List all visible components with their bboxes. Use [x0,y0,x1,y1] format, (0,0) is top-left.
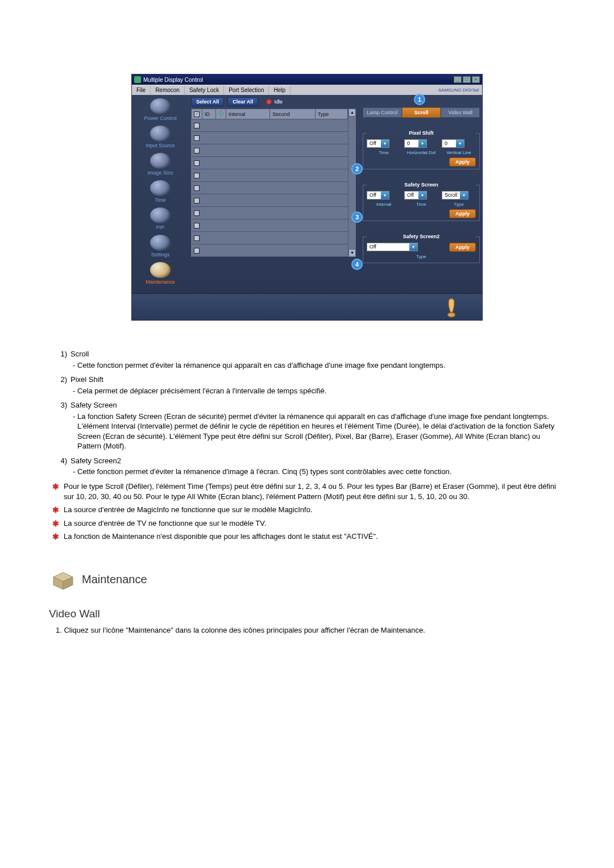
close-button[interactable]: × [472,76,480,83]
pixel-shift-vline-select[interactable]: 0▾ [442,139,464,148]
safety-screen-interval-select[interactable]: Off▾ [367,191,389,200]
item-2-num: 2) [51,375,70,396]
idle-indicator: Idle [266,99,283,105]
table-row[interactable] [192,157,348,169]
chevron-down-icon: ▾ [409,243,417,251]
document-body: 1)Scroll- Cette fonction permet d'éviter… [51,349,563,658]
alert-icon [443,297,459,318]
col-second[interactable]: Second [270,109,315,119]
table-row[interactable] [192,144,348,157]
callout-4: 4 [351,259,363,270]
col-type[interactable]: Type [315,109,347,119]
menu-remocon[interactable]: Remocon [151,85,185,94]
status-bar [132,293,482,320]
row-checkbox[interactable] [194,235,200,241]
scroll-down-button[interactable]: ▼ [349,249,356,257]
row-checkbox[interactable] [194,223,200,229]
tab-video-wall[interactable]: Video Wall [441,107,480,118]
menu-safety-lock[interactable]: Safety Lock [185,85,224,94]
settings-icon [150,235,171,251]
grid-scrollbar[interactable]: ▲ ▼ [348,109,356,257]
chevron-down-icon: ▾ [381,192,389,199]
sidebar-item-time[interactable]: Time [132,180,189,203]
table-row[interactable] [192,182,348,194]
brand-label: SAMSUNG DIGITall [438,88,482,93]
header-checkbox[interactable] [194,111,200,117]
sidebar-item-settings[interactable]: Settings [132,235,189,258]
star-note-2: La source d'entrée de MagicInfo ne fonct… [51,505,563,515]
table-row[interactable] [192,232,348,244]
row-checkbox[interactable] [194,160,200,166]
menu-help[interactable]: Help [269,85,291,94]
table-row[interactable] [192,244,348,257]
item-3-num: 3) [51,400,70,451]
app-icon [134,76,141,83]
maximize-button[interactable]: □ [463,76,471,83]
table-row[interactable] [192,119,348,132]
chevron-down-icon: ▾ [418,192,426,199]
row-checkbox[interactable] [194,185,200,191]
safety-screen-time-select[interactable]: Off▾ [404,191,427,200]
sidebar-item-maintenance[interactable]: Maintenance [132,262,189,285]
box-icon [51,570,75,589]
item-1-title: Scroll [70,350,89,358]
row-checkbox[interactable] [194,123,200,128]
scroll-track[interactable] [349,117,356,249]
row-checkbox[interactable] [194,173,200,178]
safety-screen2-type-label: Type [367,254,476,259]
menu-file[interactable]: File [132,85,151,94]
col-id[interactable]: ID [202,109,216,119]
sidebar-item-image-size[interactable]: Image Size [132,153,189,176]
row-checkbox[interactable] [194,198,200,203]
row-checkbox[interactable] [194,210,200,216]
item-1-body: - Cette fonction permet d'éviter la réma… [70,360,563,371]
row-checkbox[interactable] [194,248,200,254]
col-check[interactable] [192,109,202,119]
sidebar-item-input-source[interactable]: Input Source [132,126,189,148]
scroll-up-button[interactable]: ▲ [349,109,356,117]
panel-pixel-shift: Pixel Shift Off▾ 0▾ 0▾ Time Horizontal D… [363,130,480,169]
safety-screen2-type-select[interactable]: Off▾ [367,243,418,251]
safety-screen2-apply-button[interactable]: Apply [449,243,476,252]
table-row[interactable] [192,132,348,144]
row-checkbox[interactable] [194,135,200,141]
sidebar-item-power-control[interactable]: Power Control [132,98,189,121]
callout-3: 3 [351,211,363,223]
right-tabs: Lamp Control Scroll Video Wall [363,107,480,118]
table-row[interactable] [192,194,348,207]
table-row[interactable] [192,207,348,219]
section-title-video-wall: Video Wall [49,607,563,621]
clear-all-button[interactable]: Clear All [227,97,258,106]
safety-screen2-legend: Safety Screen2 [367,234,476,239]
menu-bar: File Remocon Safety Lock Port Selection … [132,85,482,95]
pixel-shift-time-label: Time [367,150,401,155]
col-interval[interactable]: Interval [226,109,270,119]
select-all-button[interactable]: Select All [191,97,224,106]
item-4-body: - Cette fonction permet d'éviter la réma… [70,467,563,477]
sidebar-item-pip[interactable]: PIP [132,207,189,230]
pixel-shift-hdot-select[interactable]: 0▾ [404,139,427,148]
safety-screen-type-select[interactable]: Scroll▾ [442,191,468,200]
menu-port-selection[interactable]: Port Selection [224,85,269,94]
panel-safety-screen2: Safety Screen2 Off▾ Apply Type [363,234,480,263]
center-pane: Select All Clear All Idle ID ⓘ Interval … [189,95,357,293]
star-note-1: Pour le type Scroll (Défiler), l'élément… [51,481,563,501]
item-2-title: Pixel Shift [70,375,103,384]
row-checkbox[interactable] [194,148,200,153]
chevron-down-icon: ▾ [460,192,468,199]
minimize-button[interactable]: _ [454,76,462,83]
power-icon [150,98,171,114]
panel-safety-screen: Safety Screen Off▾ Off▾ Scroll▾ Interval… [363,182,480,221]
table-row[interactable] [192,169,348,182]
input-source-icon [150,126,171,142]
item-2-body: - Cela permet de déplacer précisément l'… [70,386,563,396]
pixel-shift-time-select[interactable]: Off▾ [367,139,389,148]
pixel-shift-apply-button[interactable]: Apply [449,157,476,167]
app-window: Multiple Display Control _ □ × File Remo… [131,74,483,321]
col-info[interactable]: ⓘ [216,109,226,119]
star-note-3: La source d'entrée de TV ne fonctionne q… [51,518,563,529]
safety-screen-apply-button[interactable]: Apply [449,209,476,218]
tab-scroll[interactable]: Scroll [402,107,441,118]
tab-lamp-control[interactable]: Lamp Control [363,107,402,118]
table-row[interactable] [192,219,348,232]
